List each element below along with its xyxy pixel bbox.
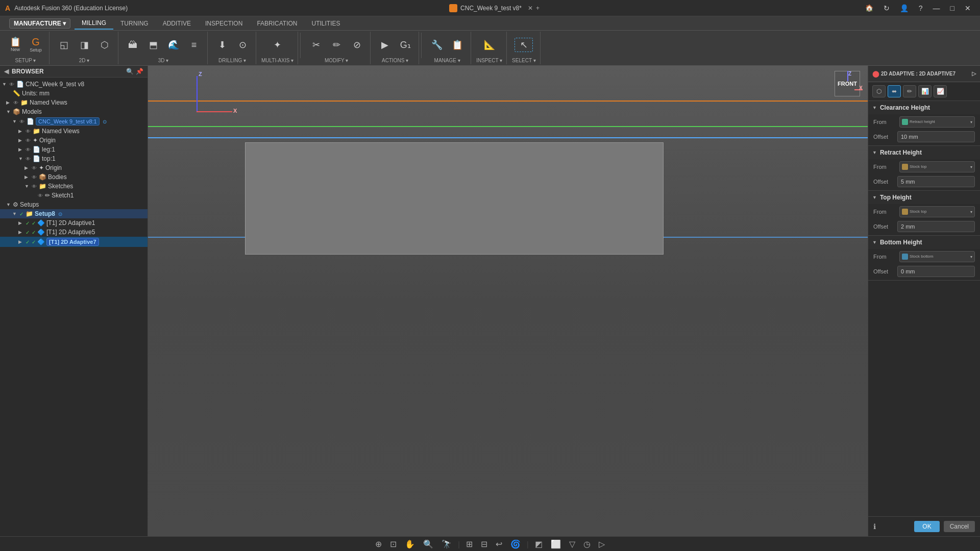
- ribbon-btn-setup-new[interactable]: 📋 New: [6, 36, 24, 53]
- manufacture-button[interactable]: MANUFACTURE ▾: [9, 18, 70, 29]
- cancel-button[interactable]: Cancel: [944, 521, 975, 532]
- retract-offset-input[interactable]: [897, 176, 975, 187]
- eye-icon-adaptive1[interactable]: ✓: [26, 220, 30, 226]
- btm-zoom-icon[interactable]: 🔍: [421, 538, 435, 550]
- bottom-offset-input[interactable]: [897, 266, 975, 277]
- window-minimize-btn[interactable]: —: [929, 3, 944, 13]
- btm-pan-icon[interactable]: ✋: [403, 538, 417, 550]
- panel-expand-icon[interactable]: ▷: [972, 70, 976, 77]
- btm-frame-icon[interactable]: ⊡: [388, 538, 399, 550]
- eye-icon-adaptive5[interactable]: ✓: [26, 230, 30, 235]
- btm-zoom2-icon[interactable]: 🔭: [439, 538, 454, 550]
- tab-milling[interactable]: MILLING: [75, 17, 113, 30]
- bottom-height-header[interactable]: ▼ Bottom Height: [868, 236, 980, 249]
- tree-item-bodies[interactable]: ▶ 👁 📦 Bodies: [0, 172, 148, 182]
- ribbon-btn-2d-adaptive[interactable]: ◱: [55, 39, 73, 51]
- ribbon-btn-drill[interactable]: ⬇: [213, 39, 231, 51]
- ribbon-btn-3d-pocket[interactable]: ⬒: [144, 39, 162, 51]
- ribbon-btn-2d-pocket[interactable]: ◨: [75, 39, 93, 51]
- btm-grid-icon[interactable]: ⊞: [464, 538, 475, 550]
- retract-from-select[interactable]: Stock top ▾: [899, 161, 975, 172]
- new-tab-icon[interactable]: +: [536, 5, 540, 12]
- ribbon-btn-simulate[interactable]: ▶: [376, 39, 394, 51]
- btm-view1-icon[interactable]: ◩: [533, 538, 545, 550]
- tree-item-setup8[interactable]: ▼ ✓ 📁 Setup8 ⊙: [0, 209, 148, 218]
- ribbon-btn-doc-settings[interactable]: 📋: [448, 39, 467, 51]
- eye-icon-origin[interactable]: 👁: [26, 138, 31, 143]
- clearance-offset-input[interactable]: [897, 131, 975, 142]
- tree-item-root[interactable]: ▼ 👁 📄 CNC_Week 9_test v8: [0, 80, 148, 89]
- tree-item-units[interactable]: 📏 Units: mm: [0, 89, 148, 98]
- tree-item-setups[interactable]: ▼ ⚙ Setups: [0, 200, 148, 209]
- tree-item-sketch1[interactable]: 👁 ✏ Sketch1: [0, 191, 148, 200]
- eye-icon-sketch1[interactable]: 👁: [38, 193, 43, 198]
- ribbon-btn-select[interactable]: ↖: [514, 38, 533, 52]
- panel-icon-passes[interactable]: ✏: [903, 85, 916, 97]
- eye-icon-root[interactable]: 👁: [9, 82, 14, 87]
- tree-item-model-instance[interactable]: ▼ 👁 📄 CNC_Week 9_test v8:1 ⊙: [0, 116, 148, 127]
- ribbon-btn-setup-edit[interactable]: G Setup: [27, 36, 45, 54]
- tab-close-icon[interactable]: ✕: [528, 5, 533, 12]
- ribbon-btn-bore[interactable]: ⊙: [233, 39, 252, 51]
- browser-search-icon[interactable]: 🔍: [126, 68, 134, 75]
- btm-view2-icon[interactable]: ⬜: [549, 538, 563, 550]
- tree-item-sketches[interactable]: ▼ 👁 📁 Sketches: [0, 182, 148, 191]
- eye-icon-named-views[interactable]: 👁: [13, 100, 18, 106]
- ribbon-btn-tool-library[interactable]: 🔧: [428, 39, 446, 51]
- tab-turning[interactable]: TURNING: [113, 18, 156, 29]
- tree-item-origin[interactable]: ▶ 👁 ✦ Origin: [0, 136, 148, 145]
- top-height-header[interactable]: ▼ Top Height: [868, 191, 980, 204]
- tab-fabrication[interactable]: FABRICATION: [250, 18, 304, 29]
- ribbon-btn-3d-parallel[interactable]: ≡: [185, 39, 203, 51]
- panel-icon-geometry[interactable]: ⬡: [872, 85, 886, 97]
- ribbon-btn-multiaxis[interactable]: ✦: [268, 39, 287, 51]
- btm-grid2-icon[interactable]: ⊟: [479, 538, 489, 550]
- clearance-height-header[interactable]: ▼ Clearance Height: [868, 101, 980, 114]
- viewport[interactable]: Z X Z FRONT X: [148, 66, 868, 536]
- panel-icon-linking[interactable]: 📊: [918, 85, 932, 97]
- top-from-select[interactable]: Stock top ▾: [899, 206, 975, 217]
- ok-button[interactable]: OK: [914, 521, 939, 532]
- eye-icon-setup8[interactable]: ✓: [19, 211, 23, 217]
- tree-item-top1[interactable]: ▼ 👁 📄 top:1: [0, 154, 148, 163]
- eye-icon-adaptive7[interactable]: ✓: [26, 239, 30, 245]
- window-close-btn[interactable]: ✕: [961, 3, 975, 13]
- tree-item-adaptive1[interactable]: ▶ ✓ ✓ 🔷 [T1] 2D Adaptive1: [0, 218, 148, 228]
- ribbon-btn-modify3[interactable]: ⊘: [348, 39, 366, 51]
- retract-height-header[interactable]: ▼ Retract Height: [868, 146, 980, 159]
- btm-view3-icon[interactable]: ▽: [567, 538, 577, 550]
- tree-item-adaptive7[interactable]: ▶ ✓ ✓ 🔷 [T1] 2D Adaptive7: [0, 237, 148, 247]
- eye-icon-origin-sub[interactable]: 👁: [32, 165, 37, 171]
- tree-item-adaptive5[interactable]: ▶ ✓ ✓ 🔷 [T1] 2D Adaptive5: [0, 228, 148, 237]
- btm-view4-icon[interactable]: ◷: [581, 538, 593, 550]
- ribbon-btn-inspect[interactable]: 📐: [480, 39, 499, 51]
- tree-item-leg1[interactable]: ▶ 👁 📄 leg:1: [0, 145, 148, 154]
- tree-item-origin-sub[interactable]: ▶ 👁 ✦ Origin: [0, 163, 148, 172]
- ribbon-btn-post[interactable]: G₁: [396, 39, 414, 51]
- eye-icon-top1[interactable]: 👁: [26, 156, 31, 162]
- window-home-btn[interactable]: 🏠: [861, 3, 877, 13]
- clearance-from-select[interactable]: Retract height ▾: [899, 116, 975, 128]
- tree-item-models[interactable]: ▼ 📦 Models: [0, 107, 148, 116]
- btm-view5-icon[interactable]: ▷: [597, 538, 607, 550]
- btm-snap-icon[interactable]: ⊕: [373, 538, 384, 550]
- eye-icon-bodies[interactable]: 👁: [32, 174, 37, 180]
- ribbon-btn-3d-contour[interactable]: 🌊: [164, 39, 183, 51]
- window-refresh-btn[interactable]: ↻: [879, 3, 894, 13]
- panel-close-icon[interactable]: ⬤: [872, 70, 879, 78]
- eye-icon-leg1[interactable]: 👁: [26, 147, 31, 153]
- bottom-from-select[interactable]: Stock bottom ▾: [899, 251, 975, 262]
- browser-pin-icon[interactable]: 📌: [136, 68, 143, 75]
- browser-collapse-icon[interactable]: ◀: [4, 68, 9, 75]
- ribbon-btn-modify2[interactable]: ✏: [327, 39, 346, 51]
- btm-rotation-icon[interactable]: ↩: [494, 538, 504, 550]
- panel-icon-heights[interactable]: ⬌: [888, 85, 901, 97]
- btm-rotate3d-icon[interactable]: 🌀: [508, 538, 523, 550]
- eye-icon-sketches[interactable]: 👁: [32, 184, 37, 189]
- top-offset-input[interactable]: [897, 221, 975, 232]
- tab-utilities[interactable]: UTILITIES: [305, 18, 348, 29]
- panel-info-icon[interactable]: ℹ: [873, 522, 876, 531]
- panel-icon-extra[interactable]: 📈: [934, 85, 947, 97]
- tab-inspection[interactable]: INSPECTION: [198, 18, 250, 29]
- window-help-btn[interactable]: ?: [915, 3, 927, 13]
